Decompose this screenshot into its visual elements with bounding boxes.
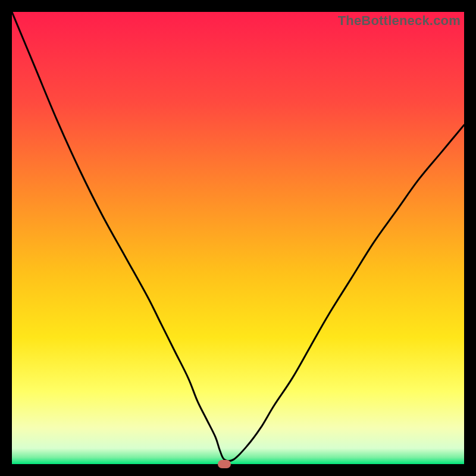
optimal-marker <box>218 460 231 468</box>
gradient-background <box>12 12 464 464</box>
bottleneck-chart <box>12 12 464 464</box>
watermark-text: TheBottleneck.com <box>338 13 461 29</box>
chart-frame: TheBottleneck.com <box>12 12 464 464</box>
